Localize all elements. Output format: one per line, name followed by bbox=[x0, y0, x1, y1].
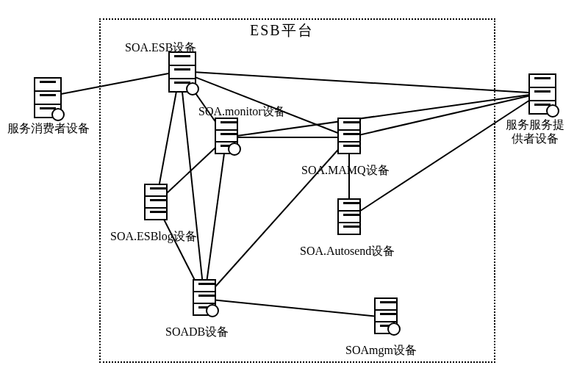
diagram-canvas: ESB平台 服务消费者设备 服务服务提 供者设备 SOA.ESB设备 bbox=[0, 0, 588, 368]
soamgm-label: SOAmgm设备 bbox=[345, 343, 417, 358]
soa-autosend-label: SOA.Autosend设备 bbox=[300, 244, 395, 259]
soa-monitor-device bbox=[212, 118, 238, 153]
server-icon bbox=[31, 77, 62, 118]
server-icon bbox=[141, 184, 168, 219]
soa-esb-label: SOA.ESB设备 bbox=[125, 40, 196, 56]
server-icon bbox=[190, 279, 216, 314]
server-icon bbox=[526, 73, 556, 115]
soa-mamq-label: SOA.MAMQ设备 bbox=[301, 163, 390, 178]
provider-device bbox=[526, 73, 556, 115]
consumer-device bbox=[31, 77, 62, 118]
soa-esb-device bbox=[165, 51, 196, 93]
server-icon bbox=[334, 118, 361, 153]
soa-esblog-device bbox=[141, 184, 168, 219]
server-icon bbox=[334, 198, 361, 234]
soadb-label: SOADB设备 bbox=[165, 325, 229, 340]
server-icon bbox=[165, 51, 196, 93]
platform-title: ESB平台 bbox=[250, 21, 314, 40]
soa-autosend-device bbox=[334, 198, 361, 234]
provider-label: 服务服务提 供者设备 bbox=[506, 118, 564, 145]
server-icon bbox=[371, 297, 398, 333]
provider-label-line1: 服务服务提 供者设备 bbox=[506, 118, 564, 145]
soadb-device bbox=[190, 279, 216, 314]
server-icon bbox=[212, 118, 238, 153]
soamgm-device bbox=[371, 297, 398, 333]
soa-mamq-device bbox=[334, 118, 361, 153]
soa-monitor-label: SOA.monitor设备 bbox=[198, 104, 286, 120]
soa-esblog-label: SOA.ESBlog设备 bbox=[110, 229, 197, 245]
consumer-label: 服务消费者设备 bbox=[7, 121, 90, 137]
